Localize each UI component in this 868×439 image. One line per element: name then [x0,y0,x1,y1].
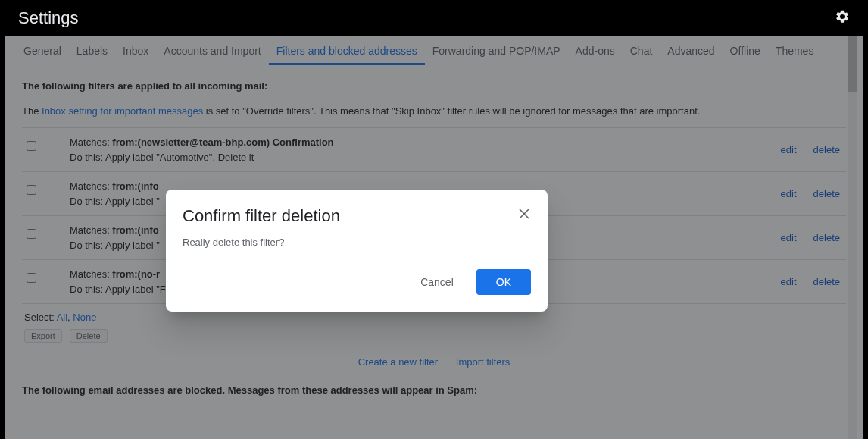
cancel-button[interactable]: Cancel [404,269,470,295]
ok-button[interactable]: OK [476,269,531,295]
close-icon [519,209,529,219]
page-title: Settings [18,8,79,28]
dialog-actions: Cancel OK [166,248,548,312]
dialog-title: Confirm filter deletion [183,206,340,226]
gear-icon [835,9,850,24]
dialog-header: Confirm filter deletion [166,190,548,226]
dialog-close-button[interactable] [517,206,531,223]
app-header: Settings [0,0,868,36]
dialog-body: Really delete this filter? [166,226,548,248]
settings-gear-button[interactable] [835,9,850,27]
confirm-filter-deletion-dialog: Confirm filter deletion Really delete th… [166,190,548,312]
